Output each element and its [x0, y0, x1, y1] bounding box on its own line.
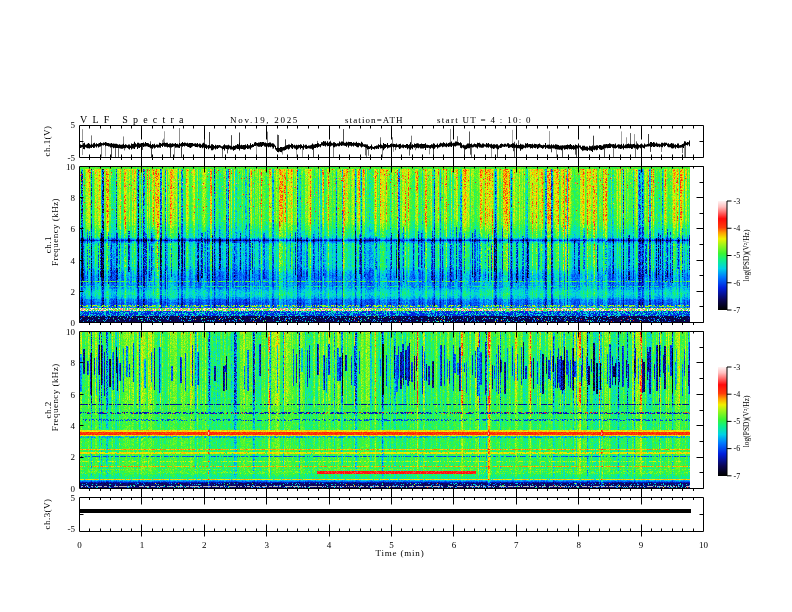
svg-text:8: 8 [71, 193, 76, 203]
svg-text:2: 2 [71, 287, 76, 297]
svg-text:2: 2 [202, 540, 207, 550]
svg-text:log(PSD)(V²/Hz): log(PSD)(V²/Hz) [742, 229, 751, 281]
svg-text:Frequency (kHz): Frequency (kHz) [50, 198, 60, 266]
svg-text:9: 9 [639, 540, 644, 550]
svg-text:-5: -5 [734, 417, 741, 426]
svg-text:ch.3(V): ch.3(V) [42, 499, 52, 530]
svg-text:Time (min): Time (min) [376, 548, 425, 558]
svg-text:-6: -6 [734, 444, 741, 453]
svg-text:3: 3 [264, 540, 269, 550]
svg-text:-4: -4 [734, 224, 741, 233]
svg-text:0: 0 [77, 540, 82, 550]
svg-text:5: 5 [71, 493, 76, 503]
svg-text:10: 10 [699, 540, 709, 550]
svg-text:-3: -3 [734, 363, 741, 372]
svg-text:6: 6 [452, 540, 457, 550]
svg-text:2: 2 [71, 452, 76, 462]
svg-text:4: 4 [71, 421, 76, 431]
svg-text:6: 6 [71, 224, 76, 234]
svg-text:station=ATH: station=ATH [345, 115, 404, 125]
svg-text:log(PSD)(V²/Hz): log(PSD)(V²/Hz) [742, 395, 751, 447]
svg-text:10: 10 [66, 327, 76, 337]
svg-text:-7: -7 [734, 472, 741, 481]
svg-text:0: 0 [71, 484, 76, 494]
svg-text:8: 8 [576, 540, 581, 550]
svg-text:7: 7 [514, 540, 519, 550]
svg-text:5: 5 [71, 120, 76, 130]
svg-text:-7: -7 [734, 306, 741, 315]
svg-text:4: 4 [327, 540, 332, 550]
svg-text:-6: -6 [734, 279, 741, 288]
svg-text:start UT = 4 : 10: 0: start UT = 4 : 10: 0 [437, 115, 532, 125]
svg-text:VLF Spectra: VLF Spectra [80, 114, 189, 125]
svg-text:ch.1(V): ch.1(V) [42, 126, 52, 157]
svg-text:-4: -4 [734, 390, 741, 399]
svg-text:6: 6 [71, 390, 76, 400]
svg-text:-5: -5 [68, 524, 76, 534]
svg-text:4: 4 [71, 256, 76, 266]
svg-text:Nov.19, 2025: Nov.19, 2025 [230, 115, 299, 125]
svg-text:-3: -3 [734, 197, 741, 206]
svg-text:1: 1 [140, 540, 145, 550]
svg-text:Frequency (kHz): Frequency (kHz) [50, 363, 60, 431]
svg-text:8: 8 [71, 358, 76, 368]
svg-text:-5: -5 [734, 251, 741, 260]
svg-text:10: 10 [66, 162, 76, 172]
